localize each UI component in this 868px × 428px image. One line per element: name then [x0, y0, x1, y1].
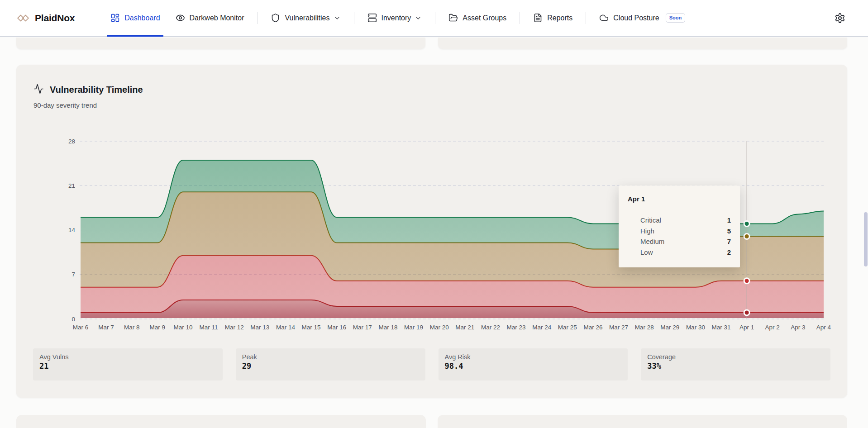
stats-row: Avg Vulns21Peak29Avg Risk98.4Coverage33% [33, 348, 830, 380]
nav-item-label: Darkweb Monitor [190, 14, 244, 22]
chart-tooltip: Apr 1 Critical1High5Medium7Low2 [619, 185, 740, 267]
card-subtitle: 90-day severity trend [33, 101, 97, 109]
nav-divider [354, 12, 354, 24]
stat-label: Peak [242, 353, 419, 361]
tooltip-row-high: High5 [628, 226, 731, 237]
nav-divider [435, 12, 435, 24]
stat-coverage: Coverage33% [641, 348, 830, 380]
logo-diamonds-icon [17, 14, 29, 22]
nav-item-label: Dashboard [124, 14, 160, 22]
partial-card-bottom-right [438, 415, 847, 428]
tooltip-row-label: Critical [640, 216, 661, 224]
stat-avg-risk: Avg Risk98.4 [439, 348, 628, 380]
tooltip-row-value: 5 [727, 227, 731, 235]
soon-badge: Soon [666, 13, 686, 22]
stat-label: Avg Vulns [39, 353, 216, 361]
stat-value: 33% [647, 361, 824, 371]
tooltip-row-label: Medium [640, 238, 664, 245]
nav-item-label: Asset Groups [463, 14, 506, 22]
stat-value: 21 [39, 361, 216, 371]
nav-divider [586, 12, 586, 24]
tooltip-title: Apr 1 [628, 195, 731, 203]
nav-item-reports[interactable]: Reports [525, 0, 580, 36]
nav-item-cloud-posture[interactable]: Cloud PostureSoon [591, 0, 693, 36]
settings-button[interactable] [833, 11, 847, 25]
card-header: Vulnerability Timeline [33, 84, 143, 96]
stat-label: Coverage [647, 353, 824, 361]
activity-icon [33, 84, 44, 94]
nav-item-asset-groups[interactable]: Asset Groups [441, 0, 514, 36]
partial-card-bottom-left [16, 415, 426, 428]
tooltip-row-value: 7 [727, 238, 731, 245]
card-title: Vulnerability Timeline [50, 85, 143, 95]
nav-item-dashboard[interactable]: Dashboard [103, 0, 167, 36]
file-text-icon [533, 13, 543, 23]
gear-icon [835, 13, 845, 24]
brand-name: PlaidNox [35, 13, 75, 24]
partial-card-top-right [438, 38, 847, 49]
chevron-down-icon [415, 14, 422, 22]
folder-open-icon [448, 13, 458, 23]
stat-label: Avg Risk [445, 353, 622, 361]
tooltip-row-label: Low [640, 248, 653, 256]
nav-items: DashboardDarkweb MonitorVulnerabilitiesI… [103, 0, 833, 36]
nav-divider [257, 12, 258, 24]
tooltip-row-low: Low2 [628, 247, 731, 258]
eye-icon [176, 13, 185, 23]
tooltip-rows: Critical1High5Medium7Low2 [628, 215, 731, 257]
shield-icon [271, 13, 280, 23]
server-icon [367, 13, 377, 23]
nav-item-darkweb-monitor[interactable]: Darkweb Monitor [168, 0, 252, 36]
layout-dashboard-icon [110, 13, 120, 23]
nav-divider [520, 12, 520, 24]
nav-item-label: Cloud Posture [613, 14, 659, 22]
tooltip-row-value: 2 [727, 248, 731, 256]
cloud-icon [599, 13, 609, 23]
stat-avg-vulns: Avg Vulns21 [33, 348, 223, 380]
stat-value: 29 [242, 361, 419, 371]
tooltip-row-value: 1 [727, 216, 731, 224]
tooltip-row-critical: Critical1 [628, 215, 731, 226]
nav-item-label: Reports [547, 14, 572, 22]
nav-item-label: Vulnerabilities [285, 14, 329, 22]
brand: PlaidNox [17, 13, 75, 24]
nav-item-vulnerabilities[interactable]: Vulnerabilities [263, 0, 348, 36]
top-nav: PlaidNox DashboardDarkweb MonitorVulnera… [0, 0, 868, 37]
activity-icon-slot [33, 84, 44, 96]
stat-peak: Peak29 [236, 348, 425, 380]
tooltip-row-label: High [640, 227, 654, 235]
partial-card-top-left [16, 38, 425, 49]
chevron-down-icon [334, 14, 341, 22]
tooltip-row-medium: Medium7 [628, 236, 731, 247]
nav-item-label: Inventory [382, 14, 411, 22]
nav-item-inventory[interactable]: Inventory [360, 0, 430, 36]
scrollbar-thumb[interactable] [864, 212, 868, 266]
stat-value: 98.4 [445, 361, 622, 371]
